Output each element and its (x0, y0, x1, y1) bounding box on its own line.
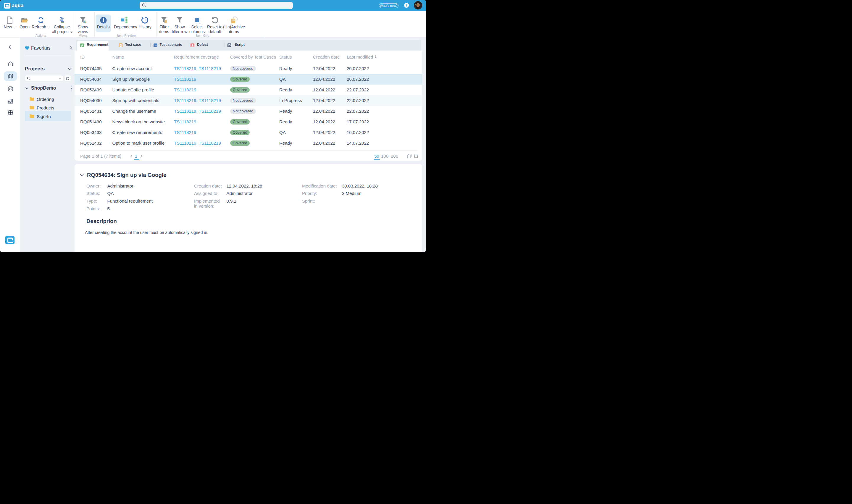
svg-text:Ts: Ts (154, 44, 157, 47)
